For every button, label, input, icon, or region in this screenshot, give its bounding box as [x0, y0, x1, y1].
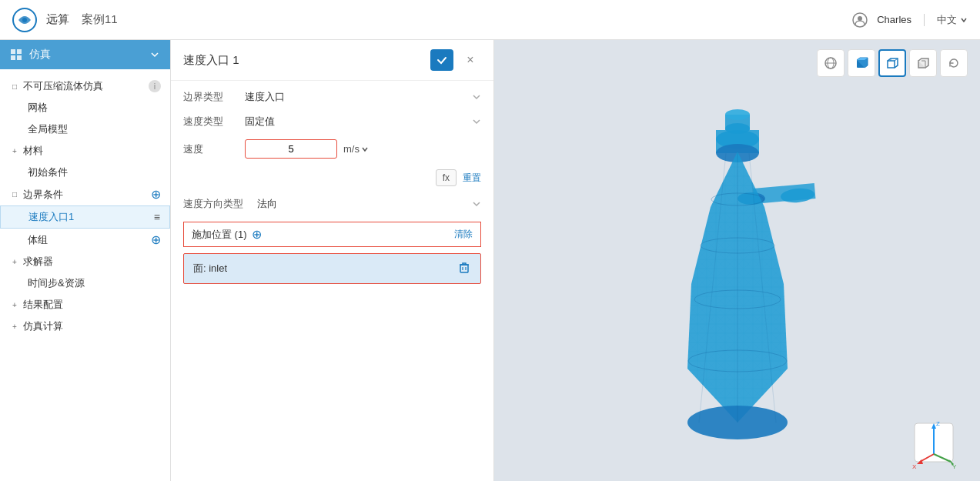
case-title: 案例11 — [82, 12, 118, 27]
view-btn-sphere[interactable] — [817, 49, 845, 77]
tree-label-time-resources: 时间步&资源 — [28, 276, 161, 290]
property-panel: 速度入口 1 × 边界类型 速度入口 — [171, 40, 494, 481]
sidebar-item-boundary-conditions[interactable]: □ 边界条件 ⊕ — [0, 183, 170, 205]
fx-button[interactable]: fx — [436, 169, 457, 186]
apply-title-text: 施加位置 (1) — [192, 228, 247, 242]
expand-icon: □ — [9, 81, 20, 92]
velocity-unit-container[interactable]: m/s — [343, 143, 369, 155]
tree-label-mesh: 网格 — [28, 101, 161, 115]
sidebar-item-initial-conditions[interactable]: 初始条件 — [0, 162, 170, 183]
unit-chevron-icon — [361, 145, 369, 153]
sidebar-tree: □ 不可压缩流体仿真 i 网格 全局模型 + 材料 初始条件 — [0, 69, 170, 481]
velocity-row: 速度 m/s — [183, 139, 481, 159]
3d-cone-model — [614, 84, 861, 453]
close-button[interactable]: × — [460, 49, 481, 71]
boundary-type-value: 速度入口 — [245, 90, 285, 104]
sidebar-item-solver[interactable]: + 求解器 — [0, 251, 170, 272]
list-icon: ≡ — [154, 211, 160, 223]
wireframe-view-icon — [885, 55, 900, 71]
axis-gizmo: Z X Y — [903, 412, 965, 473]
svg-rect-4 — [11, 49, 15, 54]
app-header: 远算 案例11 Charles 中文 — [0, 0, 980, 40]
velocity-direction-label: 速度方向类型 — [183, 197, 257, 211]
info-icon: i — [149, 80, 161, 92]
boundary-type-row: 边界类型 速度入口 — [183, 90, 481, 104]
tree-label-simulation-calc: 仿真计算 — [23, 319, 161, 333]
apply-item-inlet: 面: inlet — [183, 253, 481, 284]
svg-text:Z: Z — [936, 420, 940, 427]
chevron-down-icon-2 — [472, 117, 481, 126]
svg-text:X: X — [912, 463, 917, 470]
header-divider — [924, 14, 925, 26]
apply-title: 施加位置 (1) ⊕ — [192, 227, 262, 242]
sidebar-item-incompressible[interactable]: □ 不可压缩流体仿真 i — [0, 75, 170, 97]
language-label: 中文 — [937, 13, 957, 27]
sidebar-item-simulation-calc[interactable]: + 仿真计算 — [0, 316, 170, 337]
sidebar-item-time-resources[interactable]: 时间步&资源 — [0, 272, 170, 294]
axis-indicator: Z X Y — [903, 412, 949, 458]
panel-action-buttons: × — [430, 49, 481, 71]
language-selector[interactable]: 中文 — [937, 13, 968, 27]
sidebar-item-result-config[interactable]: + 结果配置 — [0, 294, 170, 316]
tree-label-materials: 材料 — [23, 144, 161, 158]
velocity-type-value-container[interactable]: 固定值 — [245, 115, 481, 129]
expand-icon-solver: + — [9, 256, 20, 267]
tree-label-global-model: 全局模型 — [28, 122, 161, 136]
view-btn-wireframe[interactable] — [878, 49, 906, 77]
chevron-down-icon-3 — [472, 199, 481, 209]
header-right: Charles 中文 — [852, 12, 968, 28]
add-bc-icon[interactable]: ⊕ — [151, 187, 161, 202]
sidebar: 仿真 □ 不可压缩流体仿真 i 网格 全局模型 — [0, 40, 171, 481]
sidebar-item-mesh[interactable]: 网格 — [0, 97, 170, 119]
tree-label-initial-conditions: 初始条件 — [28, 165, 161, 179]
view-btn-reset[interactable] — [940, 49, 968, 77]
boundary-type-value-container[interactable]: 速度入口 — [245, 90, 481, 104]
svg-point-26 — [725, 109, 750, 120]
svg-point-3 — [858, 16, 862, 21]
sidebar-collapse-icon[interactable] — [149, 48, 161, 61]
svg-point-1 — [22, 18, 27, 22]
viewport-toolbar — [817, 49, 968, 77]
svg-rect-13 — [888, 61, 895, 68]
confirm-button[interactable] — [430, 49, 453, 71]
expand-icon-bc: □ — [9, 189, 20, 200]
delete-inlet-button[interactable] — [457, 260, 471, 277]
velocity-type-label: 速度类型 — [183, 115, 245, 129]
add-body-group-icon[interactable]: ⊕ — [151, 232, 161, 247]
reset-button[interactable]: 重置 — [463, 172, 481, 185]
apply-clear-button[interactable]: 清除 — [454, 228, 473, 241]
chevron-down-icon — [960, 16, 968, 24]
view-btn-solid[interactable] — [848, 49, 875, 77]
check-icon — [436, 54, 448, 66]
velocity-label: 速度 — [183, 142, 245, 156]
tree-label-velocity-inlet1: 速度入口1 — [28, 210, 154, 224]
3d-viewport: Z X Y — [494, 40, 980, 481]
solid-view-icon — [854, 55, 869, 71]
sidebar-module-label: 仿真 — [29, 48, 51, 62]
tree-label-solver: 求解器 — [23, 255, 161, 269]
sidebar-header: 仿真 — [0, 40, 170, 69]
panel-title: 速度入口 1 — [183, 53, 239, 68]
sidebar-item-materials[interactable]: + 材料 — [0, 140, 170, 162]
tree-label-boundary-conditions: 边界条件 — [23, 188, 151, 202]
shaded-view-icon — [915, 55, 931, 71]
app-logo — [12, 8, 37, 32]
sidebar-item-global-model[interactable]: 全局模型 — [0, 119, 170, 140]
sidebar-item-velocity-inlet1[interactable]: 速度入口1 ≡ — [0, 205, 170, 229]
velocity-direction-value-container[interactable]: 法向 — [257, 197, 481, 211]
view-btn-shaded[interactable] — [909, 49, 937, 77]
sidebar-item-body-group[interactable]: 体组 ⊕ — [0, 229, 170, 251]
module-icon — [9, 48, 23, 62]
expand-icon-sim-calc: + — [9, 321, 20, 332]
velocity-type-value: 固定值 — [245, 115, 275, 129]
velocity-input[interactable] — [245, 139, 337, 159]
panel-header: 速度入口 1 × — [171, 40, 493, 81]
tree-label-result-config: 结果配置 — [23, 298, 161, 312]
main-content: 仿真 □ 不可压缩流体仿真 i 网格 全局模型 — [0, 40, 980, 481]
sphere-view-icon — [823, 55, 838, 71]
apply-add-button[interactable]: ⊕ — [252, 227, 262, 242]
apply-item-label-inlet: 面: inlet — [193, 262, 227, 276]
chevron-down-icon — [472, 92, 481, 102]
velocity-direction-value: 法向 — [257, 197, 277, 211]
boundary-type-label: 边界类型 — [183, 90, 245, 104]
